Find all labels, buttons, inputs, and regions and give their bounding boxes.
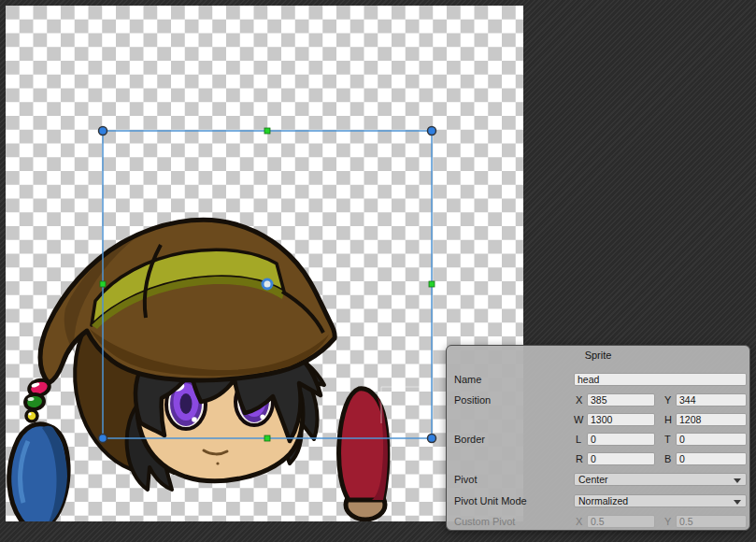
selection-handle-left-mid[interactable] <box>100 281 106 287</box>
name-input[interactable] <box>574 373 747 386</box>
sprite-inspector-panel: Sprite Name Position X Y W H Border L T … <box>446 345 750 531</box>
position-h-input[interactable] <box>676 413 747 426</box>
character-beads-art <box>24 378 51 421</box>
dropdown-arrow-icon <box>734 500 741 505</box>
panel-title: Sprite <box>447 349 749 361</box>
selection-handle-top-mid[interactable] <box>264 128 270 134</box>
custom-pivot-y-input <box>676 515 747 528</box>
pivot-unit-mode-dropdown-value: Normalized <box>578 495 628 506</box>
border-label: Border <box>454 433 485 446</box>
pivot-dropdown-value: Center <box>578 474 608 485</box>
selection-handle-bottom-left[interactable] <box>99 435 107 443</box>
adjacent-sprite-rect-outline <box>381 387 433 423</box>
selection-handle-right-mid[interactable] <box>429 281 435 287</box>
selection-handle-top-left[interactable] <box>99 127 107 136</box>
pivot-label: Pivot <box>454 473 477 486</box>
character-feather-art <box>9 424 68 521</box>
selection-handle-top-right[interactable] <box>428 127 436 136</box>
sprite-editor-window: { "sprite_panel": { "title": "Sprite", "… <box>0 0 756 542</box>
pivot-unit-mode-dropdown[interactable]: Normalized <box>574 494 747 507</box>
position-y-input[interactable] <box>676 393 747 406</box>
pivot-unit-mode-label: Pivot Unit Mode <box>454 494 527 507</box>
border-b-input[interactable] <box>676 452 747 465</box>
custom-pivot-x-input <box>587 515 655 528</box>
custom-pivot-label: Custom Pivot <box>454 515 515 528</box>
position-w-label: W <box>574 413 586 426</box>
name-label: Name <box>454 373 481 386</box>
position-x-input[interactable] <box>587 393 655 406</box>
border-l-input[interactable] <box>587 433 655 446</box>
arm-sprite-art <box>339 389 388 520</box>
pivot-dropdown[interactable]: Center <box>574 473 747 486</box>
selection-handle-bottom-mid[interactable] <box>264 435 270 441</box>
border-t-input[interactable] <box>676 433 747 446</box>
dropdown-arrow-icon <box>734 478 741 483</box>
border-r-input[interactable] <box>587 452 655 465</box>
pivot-handle[interactable] <box>263 279 272 289</box>
selection-handle-bottom-right[interactable] <box>428 435 436 443</box>
position-label: Position <box>454 393 491 406</box>
position-w-input[interactable] <box>587 413 655 426</box>
